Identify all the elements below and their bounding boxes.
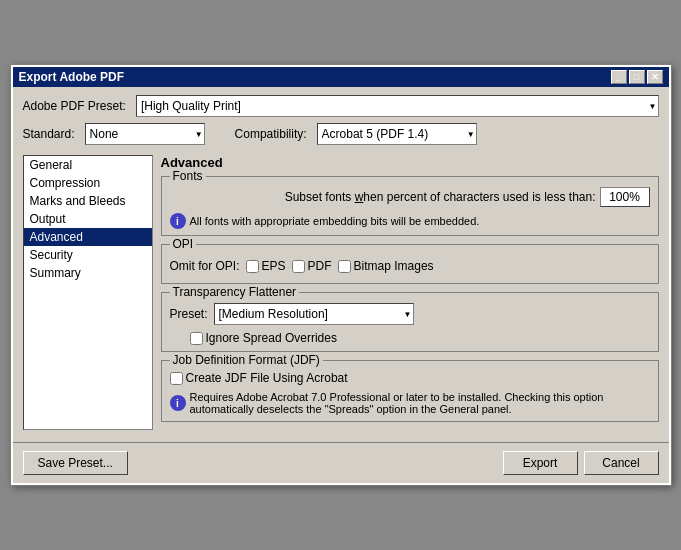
- export-pdf-dialog: Export Adobe PDF _ □ ✕ Adobe PDF Preset:…: [11, 65, 671, 485]
- compat-select-wrapper: Acrobat 4 (PDF 1.3)Acrobat 5 (PDF 1.4)Ac…: [317, 123, 477, 145]
- transparency-group: Transparency Flattener Preset: [Low Reso…: [161, 292, 659, 352]
- ignore-label: Ignore Spread Overrides: [206, 331, 337, 345]
- compat-select[interactable]: Acrobat 4 (PDF 1.3)Acrobat 5 (PDF 1.4)Ac…: [317, 123, 477, 145]
- export-button[interactable]: Export: [503, 451, 578, 475]
- pdf-checkbox[interactable]: [292, 260, 305, 273]
- pdf-label: PDF: [308, 259, 332, 273]
- main-content: General Compression Marks and Bleeds Out…: [23, 155, 659, 430]
- bitmap-checkbox[interactable]: [338, 260, 351, 273]
- sidebar-item-security[interactable]: Security: [24, 246, 152, 264]
- jdf-group: Job Definition Format (JDF) Create JDF F…: [161, 360, 659, 422]
- jdf-checkbox[interactable]: [170, 372, 183, 385]
- footer-right-buttons: Export Cancel: [503, 451, 659, 475]
- jdf-info-icon: i: [170, 395, 186, 411]
- ignore-checkbox-label[interactable]: Ignore Spread Overrides: [190, 331, 337, 345]
- right-panel: Advanced Fonts Subset fonts when percent…: [161, 155, 659, 430]
- eps-label: EPS: [262, 259, 286, 273]
- eps-checkbox-label[interactable]: EPS: [246, 259, 286, 273]
- omit-label: Omit for OPI:: [170, 259, 240, 273]
- transparency-group-title: Transparency Flattener: [170, 285, 300, 299]
- minimize-button[interactable]: _: [611, 70, 627, 84]
- close-button[interactable]: ✕: [647, 70, 663, 84]
- standard-label: Standard:: [23, 127, 75, 141]
- preset-select[interactable]: [High Quality Print]: [136, 95, 659, 117]
- jdf-create-label: Create JDF File Using Acrobat: [186, 371, 348, 385]
- sidebar-item-summary[interactable]: Summary: [24, 264, 152, 282]
- standard-compat-row: Standard: NonePDF/X-1aPDF/X-3PDF/X-4 Com…: [23, 123, 659, 145]
- fonts-group-content: Subset fonts when percent of characters …: [170, 187, 650, 229]
- trans-preset-select[interactable]: [Low Resolution] [Medium Resolution] [Hi…: [214, 303, 414, 325]
- dialog-body: Adobe PDF Preset: [High Quality Print] S…: [13, 87, 669, 438]
- opi-group-title: OPI: [170, 237, 197, 251]
- bitmap-label: Bitmap Images: [354, 259, 434, 273]
- fonts-subset-row: Subset fonts when percent of characters …: [170, 187, 650, 207]
- jdf-info-row: i Requires Adobe Acrobat 7.0 Professiona…: [170, 391, 650, 415]
- opi-group-content: Omit for OPI: EPS PDF Bitmap Images: [170, 255, 650, 277]
- fonts-info-row: i All fonts with appropriate embedding b…: [170, 213, 650, 229]
- jdf-group-content: Create JDF File Using Acrobat i Requires…: [170, 371, 650, 415]
- standard-select[interactable]: NonePDF/X-1aPDF/X-3PDF/X-4: [85, 123, 205, 145]
- dialog-title: Export Adobe PDF: [19, 70, 125, 84]
- trans-select-wrapper: [Low Resolution] [Medium Resolution] [Hi…: [214, 303, 414, 325]
- bitmap-checkbox-label[interactable]: Bitmap Images: [338, 259, 434, 273]
- sidebar-item-general[interactable]: General: [24, 156, 152, 174]
- sidebar-item-output[interactable]: Output: [24, 210, 152, 228]
- percent-input[interactable]: [600, 187, 650, 207]
- jdf-check-row: Create JDF File Using Acrobat: [170, 371, 650, 385]
- subset-label: Subset fonts when percent of characters …: [285, 190, 596, 204]
- fonts-info-text: All fonts with appropriate embedding bit…: [190, 215, 480, 227]
- transparency-group-content: Preset: [Low Resolution] [Medium Resolut…: [170, 303, 650, 345]
- save-preset-button[interactable]: Save Preset...: [23, 451, 128, 475]
- jdf-checkbox-label[interactable]: Create JDF File Using Acrobat: [170, 371, 348, 385]
- maximize-button[interactable]: □: [629, 70, 645, 84]
- preset-select-wrapper: [High Quality Print]: [136, 95, 659, 117]
- opi-group: OPI Omit for OPI: EPS PDF: [161, 244, 659, 284]
- fonts-group: Fonts Subset fonts when percent of chara…: [161, 176, 659, 236]
- info-icon: i: [170, 213, 186, 229]
- panel-title: Advanced: [161, 155, 659, 170]
- cancel-button[interactable]: Cancel: [584, 451, 659, 475]
- ignore-checkbox[interactable]: [190, 332, 203, 345]
- ignore-row: Ignore Spread Overrides: [190, 331, 650, 345]
- trans-preset-row: Preset: [Low Resolution] [Medium Resolut…: [170, 303, 650, 325]
- jdf-info-text: Requires Adobe Acrobat 7.0 Professional …: [190, 391, 650, 415]
- standard-select-wrapper: NonePDF/X-1aPDF/X-3PDF/X-4: [85, 123, 205, 145]
- sidebar: General Compression Marks and Bleeds Out…: [23, 155, 153, 430]
- trans-preset-label: Preset:: [170, 307, 208, 321]
- sidebar-item-marks-bleeds[interactable]: Marks and Bleeds: [24, 192, 152, 210]
- jdf-group-title: Job Definition Format (JDF): [170, 353, 323, 367]
- preset-row: Adobe PDF Preset: [High Quality Print]: [23, 95, 659, 117]
- eps-checkbox[interactable]: [246, 260, 259, 273]
- pdf-checkbox-label[interactable]: PDF: [292, 259, 332, 273]
- preset-label: Adobe PDF Preset:: [23, 99, 126, 113]
- compat-label: Compatibility:: [235, 127, 307, 141]
- title-bar: Export Adobe PDF _ □ ✕: [13, 67, 669, 87]
- sidebar-item-advanced[interactable]: Advanced: [24, 228, 152, 246]
- footer: Save Preset... Export Cancel: [13, 442, 669, 483]
- fonts-group-title: Fonts: [170, 169, 206, 183]
- sidebar-item-compression[interactable]: Compression: [24, 174, 152, 192]
- title-bar-controls: _ □ ✕: [611, 70, 663, 84]
